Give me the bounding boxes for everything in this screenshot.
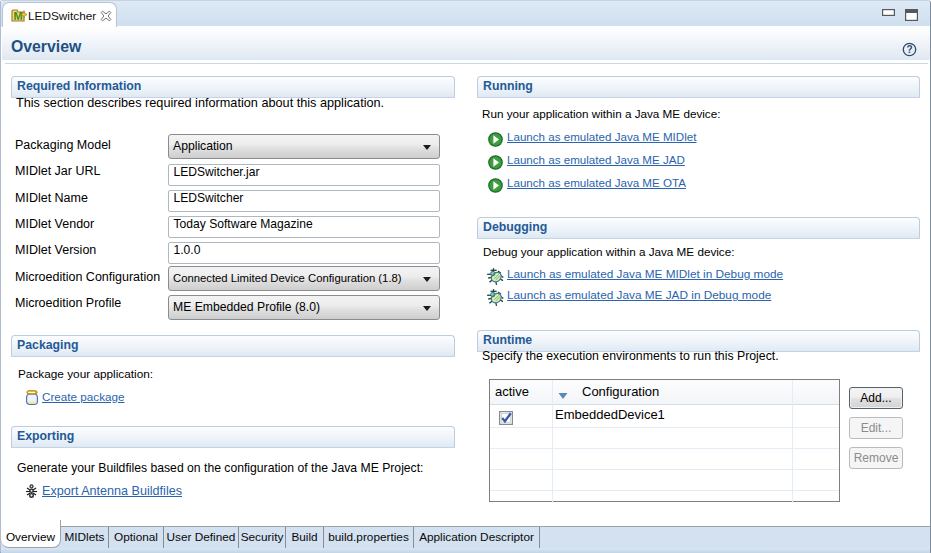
svg-text:M: M	[13, 10, 22, 22]
svg-text:?: ?	[907, 44, 913, 55]
